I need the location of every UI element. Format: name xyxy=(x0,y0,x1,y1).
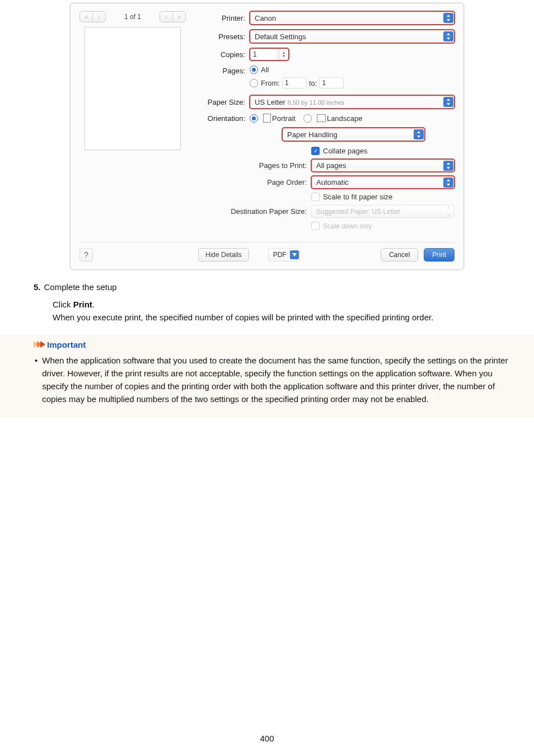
updown-icon: ⌃⌄ xyxy=(443,206,453,217)
stepper-arrows-icon: ▲▼ xyxy=(279,48,289,60)
printer-select[interactable]: Canon xyxy=(250,11,455,25)
papersize-select[interactable]: US Letter 8.50 by 11.00 inches xyxy=(250,95,455,109)
scale-down-label: Scale down only xyxy=(323,222,372,230)
page-order-value: Automatic xyxy=(316,178,349,186)
first-page-icon: « xyxy=(80,12,92,22)
scale-fit-checkbox[interactable]: Scale to fit paper size xyxy=(311,193,392,201)
preview-pane: « ‹ 1 of 1 › » xyxy=(79,11,186,234)
papersize-dim: 8.50 by 11.00 inches xyxy=(288,99,345,106)
scale-fit-label: Scale to fit paper size xyxy=(323,193,392,201)
radio-icon xyxy=(250,66,258,74)
copies-stepper[interactable]: 1 ▲▼ xyxy=(250,48,289,60)
orientation-portrait-radio[interactable]: Portrait xyxy=(250,114,296,123)
step-instruction: Click Print. xyxy=(53,300,500,309)
presets-select[interactable]: Default Settings xyxy=(250,30,455,43)
section-select[interactable]: Paper Handling xyxy=(282,128,425,141)
updown-icon xyxy=(414,129,424,139)
orientation-label: Orientation: xyxy=(198,114,250,123)
document-body: 5. Complete the setup Click Print. When … xyxy=(22,270,512,324)
page-thumbnail xyxy=(85,27,181,150)
radio-icon xyxy=(250,114,258,123)
updown-icon xyxy=(443,31,453,41)
important-text: When the application software that you u… xyxy=(42,354,512,406)
pages-range-radio[interactable]: From: 1 to: 1 xyxy=(250,77,346,88)
presets-label: Presets: xyxy=(198,32,250,41)
pages-from-label: From: xyxy=(261,79,280,87)
page-order-select[interactable]: Automatic xyxy=(311,176,455,189)
cancel-button[interactable]: Cancel xyxy=(381,248,418,262)
pages-all-radio[interactable]: All xyxy=(250,66,346,74)
pdf-label: PDF xyxy=(273,251,287,259)
orientation-landscape-label: Landscape xyxy=(327,114,363,123)
important-callout: Important • When the application softwar… xyxy=(0,334,534,417)
dest-paper-select: Suggested Paper: US Letter ⌃⌄ xyxy=(311,205,455,218)
printer-value: Canon xyxy=(255,14,276,22)
updown-icon xyxy=(443,161,453,171)
presets-value: Default Settings xyxy=(255,32,306,41)
page-indicator: 1 of 1 xyxy=(124,13,141,21)
pages-all-label: All xyxy=(261,66,269,74)
hide-details-button[interactable]: Hide Details xyxy=(198,248,249,262)
print-button[interactable]: Print xyxy=(424,248,455,262)
pages-to-input[interactable]: 1 xyxy=(319,77,344,88)
collate-checkbox[interactable]: ✓ Collate pages xyxy=(311,147,368,155)
step-title: Complete the setup xyxy=(44,282,117,292)
updown-icon xyxy=(443,178,453,188)
updown-icon xyxy=(443,97,453,107)
pages-label: Pages: xyxy=(198,66,250,75)
pages-to-print-select[interactable]: All pages xyxy=(311,159,455,172)
orientation-landscape-radio[interactable]: Landscape xyxy=(303,114,363,123)
copies-label: Copies: xyxy=(198,50,250,59)
printer-label: Printer: xyxy=(198,14,250,22)
step-number: 5. xyxy=(34,282,41,292)
bullet-icon: • xyxy=(35,354,38,406)
pages-to-label: to: xyxy=(309,79,317,87)
pdf-menu[interactable]: PDF xyxy=(268,248,300,262)
prev-page-icon: ‹ xyxy=(92,12,105,22)
radio-icon xyxy=(250,79,258,87)
last-page-icon: » xyxy=(172,12,185,22)
help-button[interactable]: ? xyxy=(79,248,93,262)
pages-to-print-value: All pages xyxy=(316,161,346,170)
important-icon xyxy=(34,341,44,348)
important-heading: Important xyxy=(47,340,86,349)
print-dialog: « ‹ 1 of 1 › » Printer: Canon Pres xyxy=(70,3,464,270)
papersize-label: Paper Size: xyxy=(198,98,250,106)
prev-page-nav[interactable]: « ‹ xyxy=(79,11,106,22)
radio-icon xyxy=(303,114,312,123)
check-icon xyxy=(311,193,320,201)
copies-input[interactable]: 1 xyxy=(250,48,278,60)
pages-to-print-label: Pages to Print: xyxy=(198,161,311,170)
chevron-down-icon xyxy=(290,250,299,259)
step-description: When you execute print, the specified nu… xyxy=(53,311,500,324)
updown-icon xyxy=(443,13,453,23)
collate-label: Collate pages xyxy=(323,147,368,155)
section-value: Paper Handling xyxy=(287,130,338,139)
next-page-nav[interactable]: › » xyxy=(160,11,186,22)
dest-paper-value: Suggested Paper: US Letter xyxy=(316,208,400,216)
landscape-icon xyxy=(317,114,326,122)
pages-from-input[interactable]: 1 xyxy=(282,77,307,88)
scale-down-checkbox: Scale down only xyxy=(311,222,372,230)
check-icon xyxy=(311,222,320,230)
next-page-icon: › xyxy=(160,12,172,22)
portrait-icon xyxy=(263,114,271,123)
orientation-portrait-label: Portrait xyxy=(272,114,296,123)
papersize-value: US Letter xyxy=(255,98,285,106)
page-number: 400 xyxy=(0,734,534,743)
check-icon: ✓ xyxy=(311,147,320,155)
page-order-label: Page Order: xyxy=(198,178,311,186)
dest-paper-label: Destination Paper Size: xyxy=(198,207,311,216)
